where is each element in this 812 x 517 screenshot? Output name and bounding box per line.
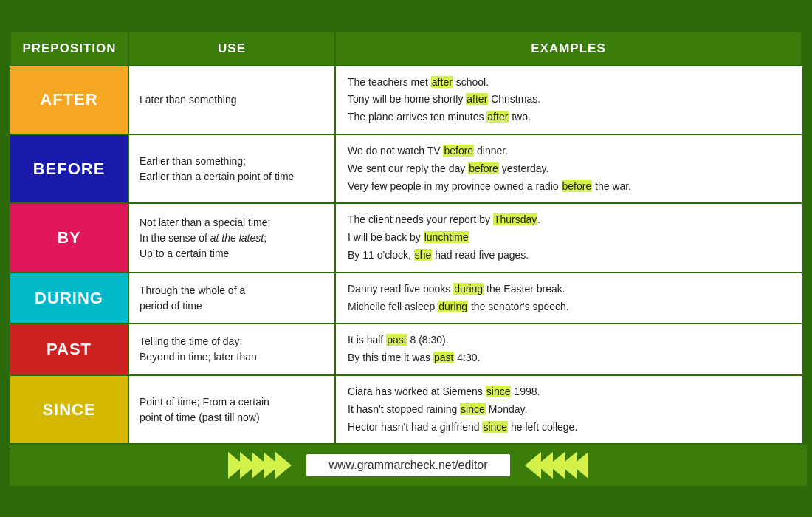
arrows-left (234, 452, 292, 479)
footer-url[interactable]: www.grammarcheck.net/editor (306, 454, 509, 476)
arrow-icon-5 (275, 452, 292, 479)
main-table-wrapper: PREPOSITION USE EXAMPLES AFTERLater than… (7, 29, 805, 489)
table-row: AFTERLater than somethingThe teachers me… (10, 66, 802, 134)
table-row: BEFOREEarlier than something;Earlier tha… (10, 134, 802, 203)
table-row: BYNot later than a special time;In the s… (10, 203, 802, 272)
header-use: USE (128, 32, 335, 66)
use-cell-during: Through the whole of aperiod of time (128, 273, 335, 324)
preposition-cell-after: AFTER (10, 66, 128, 134)
table-row: PASTTelling the time of day;Beyond in ti… (10, 323, 802, 375)
examples-cell-by: The client needs your report by Thursday… (335, 203, 802, 272)
prepositions-table: PREPOSITION USE EXAMPLES AFTERLater than… (10, 31, 802, 445)
preposition-cell-during: DURING (10, 273, 128, 324)
examples-cell-during: Danny read five books during the Easter … (335, 273, 802, 324)
examples-cell-before: We do not watch TV before dinner.We sent… (335, 134, 802, 203)
preposition-cell-past: PAST (10, 323, 128, 375)
preposition-cell-since: SINCE (10, 375, 128, 444)
use-cell-after: Later than something (128, 66, 335, 134)
footer: www.grammarcheck.net/editor (10, 445, 807, 486)
use-cell-past: Telling the time of day;Beyond in time; … (128, 323, 335, 375)
header-preposition: PREPOSITION (10, 32, 128, 66)
arrow-icon-10 (572, 452, 588, 479)
examples-cell-since: Ciara has worked at Siemens since 1998.I… (335, 375, 802, 444)
table-row: SINCEPoint of time; From a certainpoint … (10, 375, 802, 444)
examples-cell-past: It is half past 8 (8:30).By this time it… (335, 323, 802, 375)
use-cell-by: Not later than a special time;In the sen… (128, 203, 335, 272)
preposition-cell-by: BY (10, 203, 128, 272)
use-cell-since: Point of time; From a certainpoint of ti… (128, 375, 335, 444)
preposition-cell-before: BEFORE (10, 134, 128, 203)
table-row: DURINGThrough the whole of aperiod of ti… (10, 273, 802, 324)
arrows-right (525, 452, 582, 479)
header-examples: EXAMPLES (335, 32, 802, 66)
use-cell-before: Earlier than something;Earlier than a ce… (128, 134, 335, 203)
examples-cell-after: The teachers met after school.Tony will … (335, 66, 802, 134)
